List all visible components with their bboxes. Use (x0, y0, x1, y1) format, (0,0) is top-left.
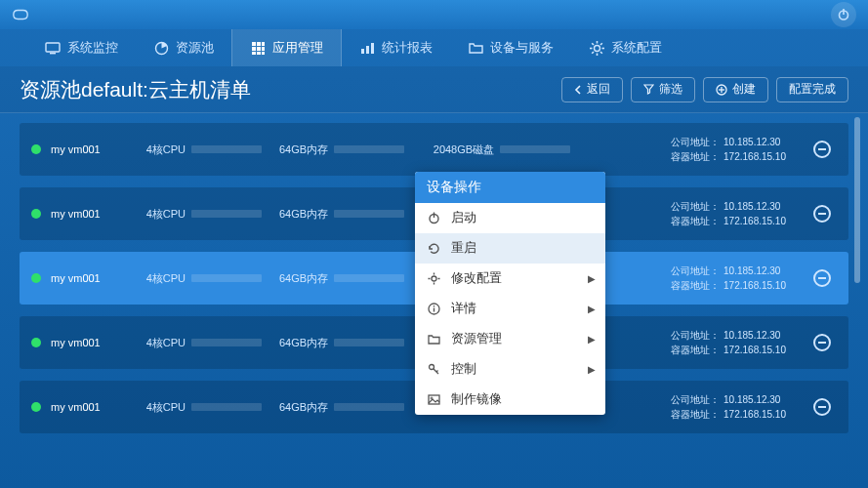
container-addr-value: 172.168.15.10 (723, 278, 786, 293)
container-addr-value: 172.168.15.10 (723, 214, 786, 228)
status-dot-icon (31, 209, 41, 219)
mem-label: 64GB内存 (279, 142, 328, 157)
row-actions-button[interactable] (813, 269, 831, 287)
vm-row[interactable]: my vm001 4核CPU 64GB内存 2048GB磁盘 公司地址：10.1… (20, 123, 848, 176)
context-menu-item[interactable]: 启动 (415, 203, 605, 233)
svg-line-41 (436, 371, 438, 373)
svg-rect-42 (429, 395, 439, 404)
company-addr-label: 公司地址： (671, 264, 720, 278)
company-addr-value: 10.185.12.30 (723, 135, 780, 149)
mem-bar (334, 403, 404, 411)
container-addr-label: 容器地址： (671, 343, 720, 357)
container-addr-value: 172.168.15.10 (723, 407, 786, 422)
minus-icon (818, 342, 826, 344)
address-block: 公司地址：10.185.12.30 容器地址：172.168.15.10 (671, 199, 786, 228)
chevron-right-icon: ▶ (588, 304, 596, 314)
chart-icon (359, 41, 375, 55)
nav-item-app-management[interactable]: 应用管理 (231, 29, 342, 66)
cpu-metric: 4核CPU (137, 271, 262, 286)
scrollbar[interactable] (854, 117, 860, 478)
config-done-button[interactable]: 配置完成 (776, 77, 848, 102)
context-menu-item[interactable]: 修改配置 ▶ (415, 264, 605, 294)
disk-label: 2048GB磁盘 (422, 142, 494, 157)
context-menu-item[interactable]: 制作镜像 (415, 385, 605, 415)
row-actions-button[interactable] (813, 334, 831, 351)
context-menu-item[interactable]: 详情 ▶ (415, 294, 605, 324)
monitor-icon (45, 41, 61, 55)
context-menu-item[interactable]: 控制 ▶ (415, 354, 605, 385)
company-addr-label: 公司地址： (671, 135, 720, 149)
row-actions-button[interactable] (813, 398, 831, 416)
info-icon (427, 302, 441, 316)
filter-button[interactable]: 筛选 (631, 77, 695, 102)
svg-line-22 (592, 43, 594, 45)
row-actions-button[interactable] (813, 205, 831, 223)
company-addr-value: 10.185.12.30 (723, 328, 780, 343)
mem-label: 64GB内存 (279, 336, 328, 350)
address-block: 公司地址：10.185.12.30 容器地址：172.168.15.10 (671, 328, 786, 357)
svg-rect-15 (366, 46, 369, 54)
company-addr-label: 公司地址： (671, 392, 720, 407)
svg-rect-38 (434, 305, 434, 306)
nav-item-monitor[interactable]: 系统监控 (27, 29, 136, 66)
company-addr-label: 公司地址： (671, 328, 720, 343)
svg-rect-7 (262, 42, 265, 46)
chevron-right-icon: ▶ (588, 364, 596, 375)
address-block: 公司地址：10.185.12.30 容器地址：172.168.15.10 (671, 264, 786, 293)
nav-label: 统计报表 (382, 39, 433, 57)
config-done-label: 配置完成 (789, 81, 836, 98)
nav-item-reports[interactable]: 统计报表 (342, 29, 450, 66)
status-dot-icon (31, 338, 41, 347)
logo-icon (12, 8, 29, 21)
nav-item-resource-pool[interactable]: 资源池 (136, 29, 231, 66)
scrollbar-thumb[interactable] (854, 117, 860, 283)
mem-bar (334, 210, 404, 218)
cpu-bar (191, 145, 262, 153)
page-title: 资源池default:云主机清单 (20, 76, 251, 103)
back-label: 返回 (587, 81, 610, 98)
vm-name: my vm001 (51, 208, 137, 220)
context-menu-item[interactable]: 重启 (415, 233, 605, 264)
key-icon (427, 362, 441, 377)
context-menu: 设备操作 启动 重启 修改配置 ▶ 详情 ▶ 资源管理 ▶ 控制 ▶ 制作镜像 (415, 172, 605, 415)
mem-metric: 64GB内存 (279, 142, 404, 157)
context-menu-item-label: 重启 (451, 240, 476, 257)
svg-point-39 (430, 365, 434, 370)
cpu-label: 4核CPU (137, 207, 186, 222)
address-block: 公司地址：10.185.12.30 容器地址：172.168.15.10 (671, 135, 786, 164)
cpu-label: 4核CPU (137, 271, 186, 286)
cpu-label: 4核CPU (137, 400, 186, 415)
vm-name: my vm001 (51, 272, 137, 284)
cpu-label: 4核CPU (137, 142, 186, 157)
cpu-metric: 4核CPU (137, 336, 262, 350)
power-button[interactable] (831, 2, 856, 27)
context-menu-item-label: 资源管理 (451, 331, 502, 347)
cpu-label: 4核CPU (137, 336, 186, 350)
svg-rect-5 (252, 42, 256, 46)
container-addr-label: 容器地址： (671, 149, 720, 164)
gear-icon (427, 271, 441, 286)
nav-item-devices[interactable]: 设备与服务 (450, 29, 571, 66)
company-addr-value: 10.185.12.30 (723, 199, 780, 214)
minus-icon (818, 277, 826, 279)
context-menu-item[interactable]: 资源管理 ▶ (415, 324, 605, 354)
nav-label: 应用管理 (272, 39, 323, 57)
nav-label: 设备与服务 (490, 39, 554, 57)
row-actions-button[interactable] (813, 141, 831, 158)
folder-icon (427, 332, 441, 346)
company-addr-label: 公司地址： (671, 199, 720, 214)
create-button[interactable]: 创建 (703, 77, 768, 102)
minus-icon (818, 406, 826, 408)
status-dot-icon (31, 144, 41, 154)
refresh-icon (427, 241, 441, 256)
svg-rect-12 (257, 52, 261, 55)
create-label: 创建 (732, 81, 756, 98)
nav-item-system-config[interactable]: 系统配置 (571, 29, 680, 66)
mem-metric: 64GB内存 (279, 271, 404, 286)
disk-metric: 2048GB磁盘 (422, 142, 570, 157)
vm-name: my vm001 (51, 337, 137, 348)
back-button[interactable]: 返回 (561, 77, 623, 102)
company-addr-value: 10.185.12.30 (723, 392, 780, 407)
cpu-metric: 4核CPU (137, 400, 262, 415)
filter-label: 筛选 (659, 81, 682, 98)
